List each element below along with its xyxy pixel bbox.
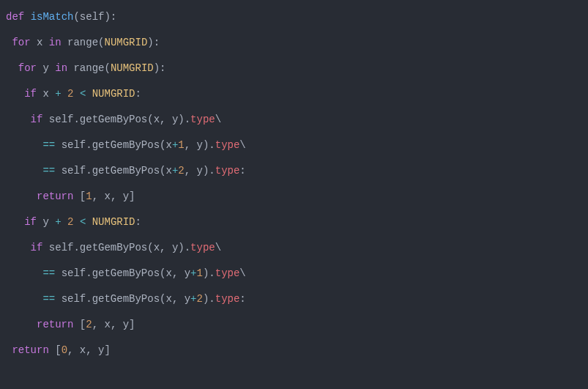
token-punc: . (86, 165, 92, 177)
token-attr: type (190, 114, 215, 125)
token-attr: type (190, 242, 215, 253)
token-attr: type (215, 267, 240, 279)
token-kw: in (55, 62, 67, 74)
token-punc: \ (239, 139, 245, 151)
token-self: self (49, 114, 74, 125)
token-num: 2 (178, 165, 184, 177)
token-punc: : (239, 293, 245, 305)
token-punc: . (86, 293, 92, 305)
token-punc (31, 37, 37, 48)
token-self: self (49, 242, 74, 253)
token-var: x (104, 190, 110, 202)
token-kw: def (6, 11, 24, 23)
token-var: y (185, 267, 190, 279)
token-punc: ] (129, 319, 135, 330)
token-punc: \ (215, 242, 221, 253)
token-kw: if (31, 242, 43, 253)
token-punc (49, 62, 55, 74)
token-punc (24, 11, 30, 23)
code-line: return [2, x, y] (6, 312, 582, 338)
token-punc (86, 88, 92, 100)
token-self: self (62, 267, 86, 279)
token-punc: ): (104, 11, 116, 23)
token-punc: ). (203, 267, 215, 279)
token-punc: , (111, 190, 123, 202)
token-kw: return (12, 344, 48, 356)
token-fn-def: isMatch (31, 11, 74, 23)
token-const: NUMGRID (92, 88, 135, 100)
token-num: 2 (86, 319, 92, 330)
token-punc: . (86, 139, 92, 151)
token-op: == (42, 139, 55, 151)
code-line: return [1, x, y] (6, 184, 582, 210)
token-var: x (165, 165, 171, 177)
token-punc: ( (147, 114, 153, 125)
token-punc: , (185, 139, 197, 151)
token-punc: , (172, 293, 185, 305)
code-line: if self.getGemByPos(x, y).type\ (6, 235, 582, 261)
token-punc: [ (49, 344, 62, 356)
token-var: y (42, 216, 48, 228)
token-num: 1 (178, 139, 184, 151)
token-const: NUMGRID (111, 62, 154, 74)
token-op: == (42, 267, 55, 279)
code-line: def isMatch(self): (6, 4, 582, 30)
token-punc (55, 267, 61, 279)
token-var: y (185, 293, 190, 305)
token-fn-call: getGemByPos (92, 267, 160, 279)
token-punc: ). (203, 165, 215, 177)
token-self: self (62, 139, 86, 151)
token-self: self (62, 165, 86, 177)
token-kw: for (18, 62, 37, 74)
token-kw: if (24, 88, 37, 100)
token-punc: \ (215, 114, 221, 125)
token-var: y (42, 62, 48, 74)
token-punc: , (160, 114, 172, 125)
token-kw: return (37, 190, 73, 202)
code-block: def isMatch(self): for x in range(NUMGRI… (0, 0, 588, 368)
token-self: self (80, 11, 105, 23)
token-var: x (42, 88, 48, 100)
token-punc: , (185, 165, 197, 177)
token-punc: [ (73, 190, 86, 202)
token-var: x (165, 267, 171, 279)
indent (6, 190, 37, 202)
token-punc: . (86, 267, 92, 279)
token-op: == (42, 165, 55, 177)
token-punc (55, 293, 61, 305)
token-punc: : (135, 216, 141, 228)
token-punc (42, 37, 48, 48)
token-punc (73, 88, 79, 100)
token-punc (86, 216, 92, 228)
token-const: NUMGRID (92, 216, 135, 228)
indent (6, 165, 42, 177)
token-punc: : (135, 88, 141, 100)
token-op: == (42, 293, 55, 305)
token-var: x (154, 242, 160, 253)
token-punc (42, 242, 48, 253)
indent (6, 62, 18, 74)
code-line: == self.getGemByPos(x+1, y).type\ (6, 133, 582, 158)
token-num: 1 (197, 267, 203, 279)
token-fn-call: getGemByPos (92, 293, 160, 305)
token-var: x (104, 319, 110, 330)
token-punc: ] (129, 190, 135, 202)
token-punc (73, 216, 79, 228)
token-punc (62, 37, 67, 48)
token-punc (55, 139, 61, 151)
code-line: == self.getGemByPos(x+2, y).type: (6, 158, 582, 184)
token-var: x (80, 344, 86, 356)
token-punc (42, 114, 48, 125)
token-var: y (123, 190, 129, 202)
token-punc: \ (239, 267, 245, 279)
token-punc: , (111, 319, 123, 330)
indent (6, 242, 31, 253)
token-punc: , (92, 319, 105, 330)
code-line: if x + 2 < NUMGRID: (6, 81, 582, 107)
token-punc (49, 216, 55, 228)
token-punc: ( (73, 11, 79, 23)
token-kw: for (12, 37, 30, 48)
indent (6, 139, 42, 151)
token-punc: ). (178, 242, 190, 253)
indent (6, 88, 24, 100)
